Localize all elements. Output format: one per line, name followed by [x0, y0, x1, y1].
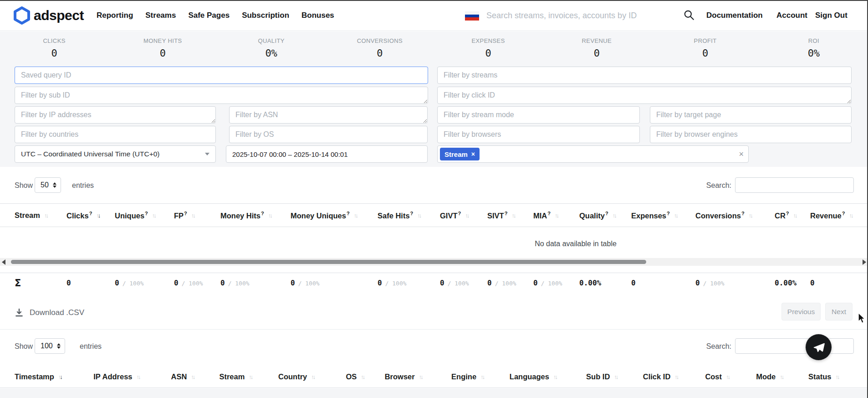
column-header-expenses[interactable]: Expenses?↑↓ [631, 211, 695, 220]
column-header-fp[interactable]: FP?↑↓ [174, 211, 220, 220]
summary-value: 0 [695, 279, 700, 287]
column-header-uniques[interactable]: Uniques?↑↓ [115, 211, 174, 220]
column-header-browser[interactable]: Browser↑↓ [385, 372, 451, 381]
remove-tag-icon[interactable]: × [471, 150, 475, 158]
search-icon[interactable] [683, 9, 695, 21]
report-table-search-input[interactable] [735, 177, 854, 193]
language-flag-icon[interactable] [465, 11, 479, 21]
sort-desc-arrow-icon: ↓ [676, 373, 678, 380]
scroll-right-button[interactable] [861, 259, 868, 265]
page-size-select[interactable]: 100 [35, 338, 65, 354]
sort-icon: ↑↓ [191, 212, 194, 219]
triangle-right-icon [863, 259, 866, 265]
filter-asn-textarea[interactable] [229, 106, 428, 124]
telegram-button[interactable] [806, 334, 832, 360]
clicks-table-search-input[interactable] [735, 338, 854, 354]
column-header-revenue[interactable]: Revenue?↑↓ [810, 211, 853, 220]
date-range-value: 2025-10-07 00:00 – 2025-10-14 00:01 [232, 150, 348, 158]
global-search-input[interactable] [486, 7, 659, 24]
column-label: Browser [385, 372, 415, 381]
clicks-table-first-row [0, 388, 868, 398]
column-label: Quality? [579, 211, 608, 220]
sort-icon: ↑↓ [553, 373, 557, 380]
stream-tag[interactable]: Stream × [440, 148, 480, 160]
filter-stream-mode-input[interactable] [437, 106, 640, 124]
sort-icon: ↑↓ [726, 373, 729, 380]
column-label: CR? [775, 211, 789, 220]
previous-page-button[interactable]: Previous [781, 303, 821, 320]
column-header-money-hits[interactable]: Money Hits?↑↓ [220, 211, 291, 220]
column-header-sivt[interactable]: SIVT?↑↓ [487, 211, 533, 220]
column-header-status[interactable]: Status↑↓ [808, 372, 853, 381]
column-header-safe-hits[interactable]: Safe Hits?↑↓ [378, 211, 440, 220]
help-mark: ? [786, 211, 789, 216]
column-header-mode[interactable]: Mode↑↓ [756, 372, 808, 381]
nav-item-bonuses[interactable]: Bonuses [301, 11, 334, 20]
summary-ratio: / 100% [298, 280, 320, 287]
column-label: Clicks? [66, 211, 92, 220]
column-header-ip-address[interactable]: IP Address↑↓ [93, 372, 171, 381]
adspect-logo[interactable]: adspect [14, 6, 84, 25]
sort-desc-arrow-icon: ↓ [153, 212, 155, 219]
column-header-sub-id[interactable]: Sub ID↑↓ [586, 372, 643, 381]
sort-icon: ↑↓ [835, 373, 838, 380]
nav-item-subscription[interactable]: Subscription [242, 11, 289, 20]
scrollbar-thumb[interactable] [11, 260, 646, 264]
column-header-clicks[interactable]: Clicks?↑↓ [66, 211, 115, 220]
column-header-languages[interactable]: Languages↑↓ [510, 372, 586, 381]
column-header-stream[interactable]: Stream↑↓ [219, 372, 278, 381]
saved-query-id-input[interactable] [15, 67, 428, 84]
help-mark: ? [842, 211, 845, 216]
column-header-cr[interactable]: CR?↑↓ [775, 211, 810, 220]
sort-icon: ↑↓ [44, 212, 47, 219]
download-csv-button[interactable]: Download .CSV [15, 308, 84, 317]
next-page-button[interactable]: Next [825, 303, 853, 320]
column-header-asn[interactable]: ASN↑↓ [171, 372, 219, 381]
clear-tags-icon[interactable]: × [739, 150, 744, 159]
column-header-conversions[interactable]: Conversions?↑↓ [695, 211, 775, 220]
filter-browser-engines-input[interactable] [650, 126, 852, 143]
stream-filter-tagbox[interactable]: Stream × × [437, 145, 749, 163]
hexagon-logo-icon [14, 6, 30, 25]
filter-browsers-input[interactable] [437, 126, 640, 143]
show-label: Show [15, 181, 33, 190]
date-range-input[interactable]: 2025-10-07 00:00 – 2025-10-14 00:01 [226, 145, 428, 163]
column-header-mia[interactable]: MIA?↑↓ [533, 211, 579, 220]
filter-sub-id-textarea[interactable] [15, 87, 428, 104]
nav-item-streams[interactable]: Streams [145, 11, 176, 20]
nav-item-safe-pages[interactable]: Safe Pages [188, 11, 230, 20]
column-header-country[interactable]: Country↑↓ [278, 372, 346, 381]
nav-item-reporting[interactable]: Reporting [97, 11, 133, 20]
help-mark: ? [458, 211, 461, 216]
filter-target-page-input[interactable] [650, 106, 852, 124]
sort-desc-arrow-icon: ↓ [728, 373, 730, 380]
column-label: Conversions? [695, 211, 745, 220]
sort-desc-arrow-icon: ↓ [138, 373, 140, 380]
page-size-select[interactable]: 50 [35, 177, 61, 193]
filter-streams-input[interactable] [437, 67, 852, 84]
report-table-header: Stream↑↓Clicks?↑↓Uniques?↑↓FP?↑↓Money Hi… [0, 203, 868, 227]
column-header-timestamp[interactable]: Timestamp↑↓ [15, 372, 93, 381]
filter-os-input[interactable] [229, 126, 428, 143]
column-header-stream[interactable]: Stream↑↓ [15, 211, 66, 220]
filter-countries-input[interactable] [15, 126, 216, 143]
nav-link-account[interactable]: Account [776, 0, 807, 31]
column-header-quality[interactable]: Quality?↑↓ [579, 211, 631, 220]
summary-ratio: / 100% [385, 280, 407, 287]
nav-link-sign-out[interactable]: Sign Out [815, 0, 848, 31]
column-header-os[interactable]: OS↑↓ [346, 372, 385, 381]
sort-icon: ↑↓ [152, 212, 155, 219]
column-header-engine[interactable]: Engine↑↓ [451, 372, 510, 381]
column-header-click-id[interactable]: Click ID↑↓ [643, 372, 705, 381]
column-header-givt[interactable]: GIVT?↑↓ [440, 211, 487, 220]
summary-cell-givt: 0/ 100% [440, 279, 487, 287]
scroll-left-button[interactable] [0, 259, 7, 265]
horizontal-scrollbar[interactable] [0, 258, 868, 266]
column-header-money-uniques[interactable]: Money Uniques?↑↓ [291, 211, 378, 220]
filter-ip-addresses-textarea[interactable] [15, 106, 216, 124]
filter-click-id-textarea[interactable] [437, 87, 852, 104]
column-label: Revenue? [810, 211, 845, 220]
column-header-cost[interactable]: Cost↑↓ [705, 372, 756, 381]
timezone-select[interactable]: UTC – Coordinated Universal Time (UTC+0) [15, 145, 216, 163]
nav-link-documentation[interactable]: Documentation [706, 0, 763, 31]
